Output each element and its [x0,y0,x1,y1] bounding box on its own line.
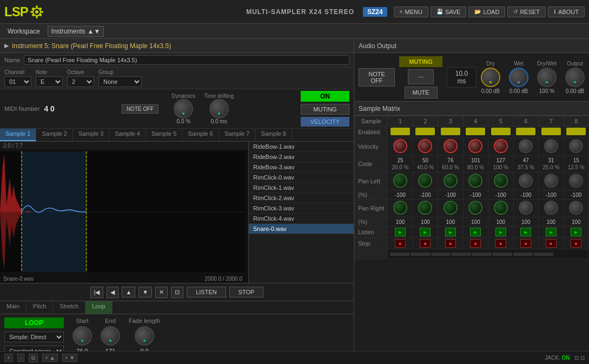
dry-knob[interactable] [481,68,500,87]
tab-main[interactable]: Main [0,301,27,314]
remove-instrument-button[interactable]: - [17,354,24,362]
pan-left-2[interactable] [413,173,438,190]
mute-button[interactable]: MUTE [405,87,438,98]
nav-x-button[interactable]: ✕ [155,287,168,298]
stop-1[interactable]: ■ [388,238,413,249]
stop-3[interactable]: ■ [438,238,463,249]
stop-6[interactable]: ■ [513,238,538,249]
velocity-7[interactable] [539,138,564,156]
sample-tab-6[interactable]: Sample 6 [182,129,219,141]
stop-5[interactable]: ■ [488,238,513,249]
workspace-nav[interactable]: Workspace [4,27,43,36]
enabled-4[interactable] [463,127,488,138]
loop-button[interactable]: LOOP [4,317,64,328]
file-item-selected[interactable]: Snare-0.wav [249,224,354,234]
listen-5[interactable]: ▶ [488,227,513,238]
stop-7[interactable]: ■ [539,238,564,249]
save-button[interactable]: 💾 SAVE [431,6,467,17]
listen-7[interactable]: ▶ [539,227,564,238]
enabled-3[interactable] [438,127,463,138]
enabled-2[interactable] [413,127,438,138]
pan-left-7[interactable] [539,173,564,190]
sample-tab-3[interactable]: Sample 3 [73,129,109,141]
wet-knob[interactable] [509,68,528,87]
pan-right-8[interactable] [564,200,588,217]
about-button[interactable]: ℹ ABOUT [548,6,585,17]
velocity-button[interactable]: VELOCITY [301,117,349,127]
listen-1[interactable]: ▶ [388,227,413,238]
tab-pitch[interactable]: Pitch [27,301,53,314]
matrix-scroll[interactable]: Sample 1 2 3 4 5 6 7 8 Enabled [354,116,589,364]
stop-8[interactable]: ■ [564,238,588,249]
nav-down-button[interactable]: ▼ [138,287,152,297]
instruments-dropdown[interactable]: Instruments ▲▼ [48,26,104,37]
velocity-3[interactable] [438,138,463,156]
waveform-canvas[interactable] [0,151,246,272]
listen-4[interactable]: ▶ [463,227,488,238]
velocity-8[interactable] [564,138,588,156]
drywet-knob[interactable] [537,68,557,87]
duplicate-instrument-button[interactable]: ⧉ [29,354,38,362]
listen-6[interactable]: ▶ [513,227,538,238]
nav-bracket-button[interactable]: ⊡ [171,287,183,298]
listen-button[interactable]: LISTEN [187,287,226,297]
enabled-7[interactable] [539,127,564,138]
output-knob[interactable] [565,68,585,87]
sample-tab-5[interactable]: Sample 5 [146,129,182,141]
move-up-button[interactable]: + ▲ [42,354,58,362]
enabled-5[interactable] [488,127,513,138]
stop-4[interactable]: ■ [463,238,488,249]
file-item[interactable]: RimClick-3.wav [249,203,354,214]
pan-left-1[interactable] [388,173,413,190]
listen-2[interactable]: ▶ [413,227,438,238]
pan-right-4[interactable] [463,200,488,217]
loop-type-select[interactable]: Simple: Direct [4,332,64,342]
pan-left-8[interactable] [564,173,588,190]
load-button[interactable]: 📂 LOAD [468,6,505,17]
pan-right-2[interactable] [413,200,438,217]
name-input[interactable] [24,55,349,65]
stop-button[interactable]: STOP [229,287,264,297]
pan-left-5[interactable] [488,173,513,190]
pan-left-4[interactable] [463,173,488,190]
fade-knob[interactable] [135,326,154,346]
pan-left-6[interactable] [513,173,538,190]
enabled-6[interactable] [513,127,538,138]
pan-left-3[interactable] [438,173,463,190]
tab-stretch[interactable]: Stretch [53,301,85,314]
enabled-8[interactable] [564,127,588,138]
listen-3[interactable]: ▶ [438,227,463,238]
sample-tab-2[interactable]: Sample 2 [36,129,72,141]
velocity-4[interactable] [463,138,488,156]
nav-first-button[interactable]: |◀ [90,287,104,298]
move-down-button[interactable]: + ▼ [62,354,78,362]
group-select[interactable]: None [98,76,142,87]
muting-indicator-button[interactable]: MUTING [399,56,442,67]
channel-select[interactable]: 01 [4,76,31,87]
octave-select[interactable]: 2 [67,76,94,87]
nav-up-button[interactable]: ▲ [122,287,135,297]
listen-8[interactable]: ▶ [564,227,588,238]
file-item[interactable]: RideBow-1.wav [249,142,354,152]
dynamics-knob[interactable] [174,99,193,118]
file-item[interactable]: RimClick-1.wav [249,183,354,193]
pan-right-3[interactable] [438,200,463,217]
tab-loop[interactable]: Loop [85,301,112,314]
file-item[interactable]: RimClick-2.wav [249,193,354,203]
enabled-1[interactable] [388,127,413,138]
pan-right-7[interactable] [539,200,564,217]
velocity-2[interactable] [413,138,438,156]
sample-tab-7[interactable]: Sample 7 [219,129,255,141]
velocity-6[interactable] [513,138,538,156]
velocity-1[interactable] [388,138,413,156]
time-drifting-knob[interactable] [209,99,229,118]
end-knob[interactable] [101,326,120,346]
pan-right-5[interactable] [488,200,513,217]
note-off-button-2[interactable]: NOTE OFF [359,68,395,87]
muting-button[interactable]: MUTING [301,104,349,115]
start-knob[interactable] [72,326,92,346]
note-select[interactable]: E [36,76,63,87]
reset-button[interactable]: ↺ RESET [507,6,546,17]
velocity-5[interactable] [488,138,513,156]
instrument-expand-icon[interactable]: ▶ [4,42,9,49]
